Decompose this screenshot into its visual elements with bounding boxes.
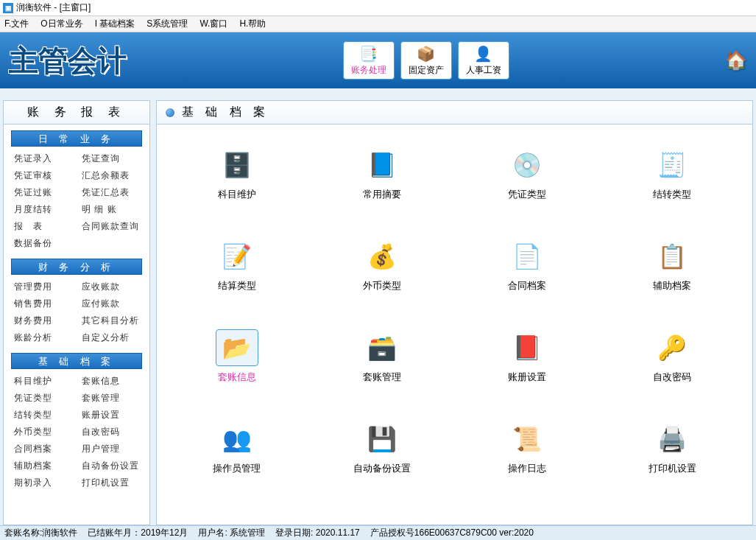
app-item-operator-manage[interactable]: 👥操作员管理 [172,421,302,475]
app-item-label: 常用摘要 [363,188,401,201]
main-title: 基 础 档 案 [157,101,752,125]
app-item-label: 套账管理 [363,371,401,384]
banner-buttons: 📑 账务处理 📦 固定资产 👤 人事工资 [343,41,509,80]
sidebar-link[interactable]: 管理费用 [14,281,68,293]
sidebar-link[interactable]: 凭证查询 [82,152,139,165]
sidebar-link[interactable]: 明 细 账 [82,203,139,216]
contract-archive-icon: 📄 [506,238,548,275]
app-item-label: 科目维护 [218,188,256,201]
app-item-carryover-type[interactable]: 🧾结转类型 [607,147,738,201]
app-item-label: 外币类型 [363,279,401,292]
app-item-book-setting[interactable]: 📕账册设置 [462,329,593,384]
sidebar-link[interactable]: 结转类型 [14,409,68,421]
app-item-common-abstract[interactable]: 📘常用摘要 [317,147,447,201]
app-item-label: 结算类型 [218,279,256,292]
sidebar-title: 账 务 报 表 [4,101,149,125]
settle-type-icon: 📝 [216,238,258,275]
app-item-subject-maint[interactable]: 🗄️科目维护 [172,147,302,201]
app-item-label: 操作员管理 [213,462,261,475]
change-password-icon: 🔑 [651,329,693,366]
banner-btn-label: 账务处理 [351,64,386,77]
app-item-account-manage[interactable]: 🗃️套账管理 [317,329,447,384]
sidebar-link[interactable]: 套账信息 [82,375,139,388]
sidebar-link[interactable]: 套账管理 [82,392,139,404]
app-item-label: 账册设置 [508,371,546,384]
sidebar-link[interactable]: 自动备份设置 [82,460,139,472]
banner: 主管会计 📑 账务处理 📦 固定资产 👤 人事工资 🏠 [0,32,756,88]
sidebar-link[interactable]: 销售费用 [14,298,68,310]
sidebar-link[interactable]: 应收账款 [82,281,139,293]
app-item-contract-archive[interactable]: 📄合同档案 [462,238,593,292]
section-base-links: 科目维护套账信息凭证类型套账管理结转类型账册设置外币类型自改密码合同档案用户管理… [4,372,149,492]
menu-file[interactable]: F.文件 [4,18,29,30]
sidebar-link[interactable]: 数据备份 [14,237,68,250]
sidebar-link[interactable]: 自定义分析 [82,332,139,344]
sidebar-link[interactable]: 自改密码 [82,426,139,438]
sidebar-link[interactable]: 期初录入 [14,477,68,489]
menu-daily[interactable]: O日常业务 [40,18,82,30]
app-item-auto-backup[interactable]: 💾自动备份设置 [317,421,447,475]
app-item-voucher-type[interactable]: 💿凭证类型 [462,147,593,201]
sidebar-link [82,237,139,250]
section-daily-links: 凭证录入凭证查询凭证审核汇总余额表凭证过账凭证汇总表月度结转明 细 账报 表合同… [4,150,149,253]
app-item-printer-setting[interactable]: 🖨️打印机设置 [607,421,738,475]
app-item-settle-type[interactable]: 📝结算类型 [172,238,302,292]
app-item-account-info[interactable]: 📂套账信息 [172,329,302,384]
app-item-label: 凭证类型 [508,188,546,201]
banner-btn-hr[interactable]: 👤 人事工资 [458,41,509,80]
sidebar-link[interactable]: 应付账款 [82,298,139,310]
app-item-label: 结转类型 [653,188,691,201]
app-item-aux-archive[interactable]: 📋辅助档案 [607,238,738,292]
banner-btn-accounts[interactable]: 📑 账务处理 [343,41,395,80]
sidebar-link[interactable]: 外币类型 [14,426,68,438]
section-finance-header: 财 务 分 析 [11,259,142,275]
menu-window[interactable]: W.窗口 [199,18,227,30]
app-item-label: 辅助档案 [653,279,691,292]
sidebar-link[interactable]: 凭证录入 [14,152,68,165]
sidebar-link[interactable]: 辅助档案 [14,460,68,472]
status-login-date: 登录日期: 2020.11.17 [275,527,360,539]
sidebar-link[interactable]: 凭证类型 [14,392,68,404]
subject-maint-icon: 🗄️ [216,147,258,183]
sidebar-link[interactable]: 汇总余额表 [82,169,139,182]
app-item-currency-type[interactable]: 💰外币类型 [317,238,447,292]
sidebar-link[interactable]: 凭证审核 [14,169,68,182]
content-row: 账 务 报 表 日 常 业 务 凭证录入凭证查询凭证审核汇总余额表凭证过账凭证汇… [0,88,756,525]
sidebar-link[interactable]: 财务费用 [14,315,68,327]
section-finance-links: 管理费用应收账款销售费用应付账款财务费用其它科目分析账龄分析自定义分析 [4,278,149,347]
sidebar-link[interactable]: 凭证汇总表 [82,186,139,199]
sidebar-link[interactable]: 报 表 [14,220,68,233]
common-abstract-icon: 📘 [361,147,403,183]
currency-type-icon: 💰 [361,238,403,275]
sidebar-link[interactable]: 科目维护 [14,375,68,388]
account-manage-icon: 🗃️ [361,329,403,366]
sidebar-link[interactable]: 打印机设置 [82,477,139,489]
title-bar: ▣ 润衡软件 - [主窗口] [0,0,756,16]
section-base-header: 基 础 档 案 [11,353,142,369]
status-user: 用户名: 系统管理 [198,527,265,539]
sidebar-link[interactable]: 用户管理 [82,443,139,455]
accounts-icon: 📑 [359,45,378,63]
title-bullet-icon [166,108,174,117]
sidebar-link[interactable]: 其它科目分析 [82,315,139,327]
app-item-change-password[interactable]: 🔑自改密码 [607,329,738,384]
sidebar-link[interactable]: 账龄分析 [14,332,68,344]
auto-backup-icon: 💾 [361,421,403,457]
app-item-operation-log[interactable]: 📜操作日志 [462,421,593,475]
sidebar-link[interactable]: 合同账款查询 [82,220,139,233]
menu-help[interactable]: H.帮助 [239,18,266,30]
sidebar-link[interactable]: 账册设置 [82,409,139,421]
status-account: 套账名称:润衡软件 [4,527,77,539]
banner-btn-fixed-assets[interactable]: 📦 固定资产 [400,41,452,80]
banner-btn-label: 人事工资 [466,64,501,77]
sidebar-link[interactable]: 月度结转 [14,203,68,216]
voucher-type-icon: 💿 [506,147,548,183]
tax-icon[interactable]: 🏠 [725,50,747,71]
menu-system[interactable]: S系统管理 [146,18,188,30]
menu-base[interactable]: I 基础档案 [95,18,135,30]
logo-text: 主管会计 [9,41,127,81]
sidebar-link[interactable]: 合同档案 [14,443,68,455]
status-closed-month: 已结账年月：2019年12月 [88,527,188,539]
sidebar-link[interactable]: 凭证过账 [14,186,68,199]
app-icon: ▣ [3,3,13,13]
